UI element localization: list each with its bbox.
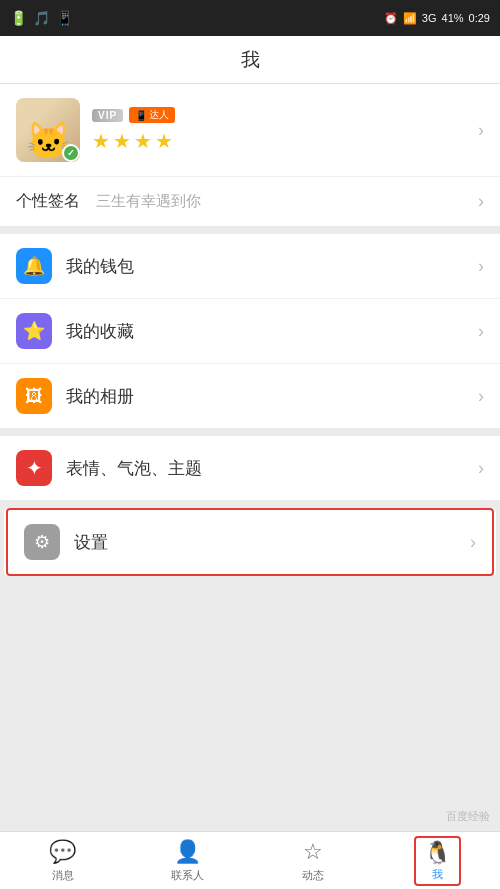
themes-left: ✦ 表情、气泡、主题 (16, 450, 202, 486)
wallet-icon: 🔔 (16, 248, 52, 284)
album-left: 🖼 我的相册 (16, 378, 134, 414)
wallet-label: 我的钱包 (66, 255, 134, 278)
themes-chevron: › (478, 458, 484, 479)
me-label: 我 (432, 867, 443, 882)
settings-chevron: › (470, 532, 476, 553)
contacts-icon: 👤 (174, 839, 201, 865)
nav-messages[interactable]: 💬 消息 (0, 832, 125, 889)
signal-label: 3G (422, 12, 437, 24)
messages-label: 消息 (52, 868, 74, 883)
album-label: 我的相册 (66, 385, 134, 408)
signature-row[interactable]: 个性签名 三生有幸遇到你 › (0, 176, 500, 226)
title-bar: 我 (0, 36, 500, 84)
themes-icon: ✦ (16, 450, 52, 486)
watermark: 百度经验 (446, 809, 490, 824)
menu-group-2: ✦ 表情、气泡、主题 › (0, 436, 500, 500)
star-4: ★ (155, 129, 173, 153)
avatar-wrap: 🐱 (16, 98, 80, 162)
wallet-item[interactable]: 🔔 我的钱包 › (0, 234, 500, 299)
favorites-label: 我的收藏 (66, 320, 134, 343)
settings-item[interactable]: ⚙ 设置 › (6, 508, 494, 576)
online-badge (62, 144, 80, 162)
bottom-nav: 💬 消息 👤 联系人 ☆ 动态 🐧 我 (0, 831, 500, 889)
themes-item[interactable]: ✦ 表情、气泡、主题 › (0, 436, 500, 500)
signature-chevron: › (478, 191, 484, 212)
status-left-icons: 🔋 🎵 📱 (10, 10, 73, 26)
moments-label: 动态 (302, 868, 324, 883)
star-3: ★ (134, 129, 152, 153)
wallet-chevron: › (478, 256, 484, 277)
album-icon: 🖼 (16, 378, 52, 414)
nav-contacts[interactable]: 👤 联系人 (125, 832, 250, 889)
signature-value: 三生有幸遇到你 (96, 192, 478, 211)
menu-group-1: 🔔 我的钱包 › ⭐ 我的收藏 › 🖼 我的相册 › (0, 234, 500, 428)
star-2: ★ (113, 129, 131, 153)
favorites-item[interactable]: ⭐ 我的收藏 › (0, 299, 500, 364)
settings-left: ⚙ 设置 (24, 524, 108, 560)
page-title: 我 (241, 47, 260, 73)
messages-icon: 💬 (49, 839, 76, 865)
profile-left: 🐱 VIP 📱 达人 ★ ★ ★ (16, 98, 175, 162)
me-icon: 🐧 (424, 840, 451, 866)
favorites-chevron: › (478, 321, 484, 342)
moments-icon: ☆ (303, 839, 323, 865)
wallet-left: 🔔 我的钱包 (16, 248, 134, 284)
main-content: 🐱 VIP 📱 达人 ★ ★ ★ (0, 84, 500, 831)
sim-icon: 🔋 (10, 10, 27, 26)
signature-label: 个性签名 (16, 191, 80, 212)
time-label: 0:29 (469, 12, 490, 24)
settings-label: 设置 (74, 531, 108, 554)
battery-label: 41% (442, 12, 464, 24)
settings-icon: ⚙ (24, 524, 60, 560)
me-active-box: 🐧 我 (414, 836, 461, 886)
favorites-icon: ⭐ (16, 313, 52, 349)
profile-card[interactable]: 🐱 VIP 📱 达人 ★ ★ ★ (0, 84, 500, 226)
phone-small-icon: 📱 (135, 110, 147, 121)
profile-chevron: › (478, 120, 484, 141)
phone-icon: 📱 (56, 10, 73, 26)
profile-row[interactable]: 🐱 VIP 📱 达人 ★ ★ ★ (0, 84, 500, 176)
nav-me[interactable]: 🐧 我 (375, 832, 500, 889)
music-icon: 🎵 (33, 10, 50, 26)
nav-moments[interactable]: ☆ 动态 (250, 832, 375, 889)
clock-icon: ⏰ (384, 12, 398, 25)
album-chevron: › (478, 386, 484, 407)
status-bar: 🔋 🎵 📱 ⏰ 📶 3G 41% 0:29 (0, 0, 500, 36)
vip-badges: VIP 📱 达人 (92, 107, 175, 123)
settings-card: ⚙ 设置 › (4, 508, 496, 576)
expert-badge: 📱 达人 (129, 107, 175, 123)
favorites-left: ⭐ 我的收藏 (16, 313, 134, 349)
themes-label: 表情、气泡、主题 (66, 457, 202, 480)
profile-info: VIP 📱 达人 ★ ★ ★ ★ (92, 107, 175, 153)
status-right: ⏰ 📶 3G 41% 0:29 (384, 12, 490, 25)
wifi-icon: 📶 (403, 12, 417, 25)
contacts-label: 联系人 (171, 868, 204, 883)
stars-row: ★ ★ ★ ★ (92, 129, 175, 153)
vip-badge: VIP (92, 109, 123, 122)
star-1: ★ (92, 129, 110, 153)
album-item[interactable]: 🖼 我的相册 › (0, 364, 500, 428)
